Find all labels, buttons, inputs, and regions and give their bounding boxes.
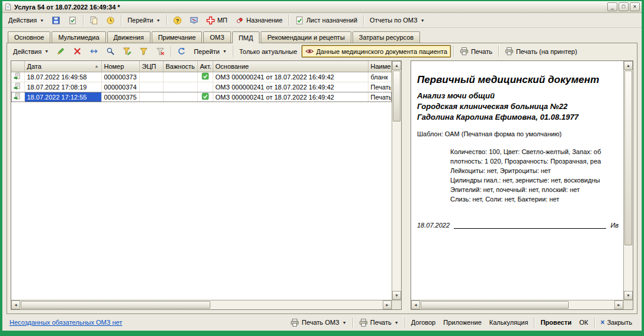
minimize-button[interactable]: _ (607, 2, 617, 11)
filter-settings-button[interactable] (119, 45, 135, 57)
close-form-button[interactable]: × Закрыть (597, 316, 636, 328)
kalkulyaciya-button[interactable]: Калькуляция (486, 317, 532, 328)
scroll-down-icon[interactable]: ▼ (624, 291, 633, 300)
refresh-button[interactable] (174, 45, 190, 57)
find-button[interactable] (102, 45, 118, 57)
help-button[interactable] (169, 14, 185, 27)
column-header-date[interactable]: Дата ▲ (24, 61, 101, 72)
cell-number[interactable]: 000000375 (101, 92, 139, 102)
column-header-icon[interactable] (11, 61, 24, 72)
cell-date[interactable]: 18.07.2022 16:49:58 (24, 72, 101, 82)
tab-osnovnoe[interactable]: Основное (8, 31, 50, 43)
cell-importance[interactable] (163, 82, 197, 92)
print-menu-button[interactable]: Печать ▼ (355, 316, 402, 329)
column-header-number[interactable]: Номер (101, 61, 139, 72)
delete-button[interactable] (69, 45, 85, 57)
column-header-ecp[interactable]: ЭЦП (139, 61, 163, 72)
cell-ecp[interactable] (139, 82, 163, 92)
scrollbar-thumb[interactable] (21, 301, 210, 309)
cell-actual[interactable] (197, 72, 213, 82)
cell-name[interactable]: бланк (368, 72, 392, 82)
prescription-sheet-button[interactable]: Лист назначений (291, 14, 361, 27)
print-omz-menu-button[interactable]: Печать ОМЗ ▼ (287, 316, 350, 329)
scrollbar-thumb[interactable] (393, 71, 401, 121)
print-button[interactable]: Печать (456, 45, 496, 57)
mp-button[interactable]: МП (203, 14, 231, 27)
scroll-right-icon[interactable]: ► (383, 300, 392, 309)
tab-dvizheniya[interactable]: Движения (107, 31, 150, 43)
copy-button[interactable] (86, 14, 102, 27)
dogovor-button[interactable]: Договор (408, 317, 440, 328)
column-header-basis[interactable]: Основание (213, 61, 368, 72)
omz-status-link[interactable]: Несозданных обязательных ОМЗ нет (9, 319, 122, 326)
cell-importance[interactable] (163, 92, 197, 102)
cell-name[interactable]: Печать (368, 82, 392, 92)
print-to-printer-button[interactable]: Печать (на принтер) (501, 45, 581, 57)
cell-basis[interactable]: ОМЗ 000000241 от 18.07.2022 16:49:42 (213, 92, 368, 102)
save-button[interactable] (48, 14, 64, 27)
preview-horizontal-scrollbar[interactable]: ◄ ► (411, 300, 623, 309)
documents-table: Дата ▲ Номер ЭЦП Важность Акт. Основание… (11, 61, 392, 300)
cell-actual[interactable] (197, 82, 213, 92)
tab-pmd[interactable]: ПМД (232, 31, 260, 43)
maximize-button[interactable]: □ (619, 2, 629, 11)
cell-date-selected[interactable]: 18.07.2022 17:12:55 (24, 92, 101, 102)
cell-basis[interactable]: ОМЗ 000000241 от 18.07.2022 16:49:42 (213, 72, 368, 82)
table-row-selected[interactable]: 18.07.2022 17:12:55 000000375 ОМЗ 000000… (11, 92, 392, 102)
tab-omz[interactable]: ОМЗ (203, 31, 230, 43)
scroll-up-icon[interactable]: ▲ (392, 61, 401, 70)
close-button[interactable]: × (630, 2, 640, 11)
table-vertical-scrollbar[interactable]: ▲ ▼ (392, 61, 401, 300)
table-row[interactable]: 18.07.2022 17:08:19 000000374 ОМЗ 000000… (11, 82, 392, 92)
scroll-left-icon[interactable]: ◄ (411, 300, 420, 309)
cell-importance[interactable] (163, 72, 197, 82)
column-header-actual[interactable]: Акт. (197, 61, 213, 72)
scroll-left-icon[interactable]: ◄ (11, 300, 20, 309)
cell-date[interactable]: 18.07.2022 17:08:19 (24, 82, 101, 92)
actions-menu-button[interactable]: Действия ▼ (5, 15, 47, 25)
provesti-button[interactable]: Провести (537, 317, 575, 328)
tab-rekomendacii[interactable]: Рекомендации и рецепты (261, 31, 351, 43)
column-header-importance[interactable]: Важность (163, 61, 197, 72)
tab-multimedia[interactable]: Мультимедиа (52, 31, 105, 43)
tab-zatraty[interactable]: Затраты ресурсов (353, 31, 420, 43)
pmd-panels: Дата ▲ Номер ЭЦП Важность Акт. Основание… (7, 59, 637, 313)
cell-number[interactable]: 000000373 (101, 72, 139, 82)
scroll-up-icon[interactable]: ▲ (624, 61, 633, 70)
scrollbar-thumb[interactable] (624, 71, 632, 245)
cell-basis[interactable]: ОМЗ 000000241 от 18.07.2022 16:49:42 (213, 82, 368, 92)
table-horizontal-scrollbar[interactable]: ◄ ► (11, 300, 392, 309)
tab-strip: Основное Мультимедиа Движения Примечание… (2, 28, 642, 43)
edit-button[interactable] (53, 45, 69, 57)
naznachenie-button[interactable]: Назначение (232, 14, 286, 27)
patient-doc-data-toggle[interactable]: Данные медицинского документа пациента (302, 45, 451, 57)
cell-ecp[interactable] (139, 72, 163, 82)
filter-by-value-button[interactable] (136, 45, 152, 57)
tab-primechanie[interactable]: Примечание (152, 31, 203, 43)
filter-off-button[interactable] (152, 45, 168, 57)
reports-omz-menu-button[interactable]: Отчеты по ОМЗ ▼ (366, 15, 428, 25)
history-button[interactable] (102, 14, 118, 27)
exchange-button[interactable] (186, 14, 202, 27)
preview-vertical-scrollbar[interactable]: ▲ ▼ (623, 61, 633, 300)
cell-name[interactable]: Печать (368, 92, 392, 102)
toolbar-separator (405, 318, 405, 328)
pmd-actions-menu-button[interactable]: Действия ▼ (9, 46, 52, 57)
cell-ecp[interactable] (139, 92, 163, 102)
pmd-goto-menu-button[interactable]: Перейти ▼ (190, 46, 230, 57)
printer-icon (359, 318, 368, 327)
scrollbar-thumb[interactable] (421, 301, 569, 309)
ok-button[interactable]: ОК (576, 317, 592, 328)
table-row[interactable]: 18.07.2022 16:49:58 000000373 ОМЗ 000000… (11, 72, 392, 82)
post-document-button[interactable] (65, 14, 81, 27)
restore-order-button[interactable] (86, 45, 102, 57)
goto-menu-button[interactable]: Перейти ▼ (124, 15, 164, 25)
scroll-down-icon[interactable]: ▼ (392, 291, 401, 300)
only-actual-button[interactable]: Только актуальные (236, 46, 301, 57)
scroll-right-icon[interactable]: ► (614, 300, 623, 309)
cell-number[interactable]: 000000374 (101, 82, 139, 92)
prilozhenie-button[interactable]: Приложение (440, 317, 485, 328)
cell-actual[interactable] (197, 92, 213, 102)
signature-line (454, 222, 606, 229)
column-header-name[interactable]: Наимен (368, 61, 392, 72)
